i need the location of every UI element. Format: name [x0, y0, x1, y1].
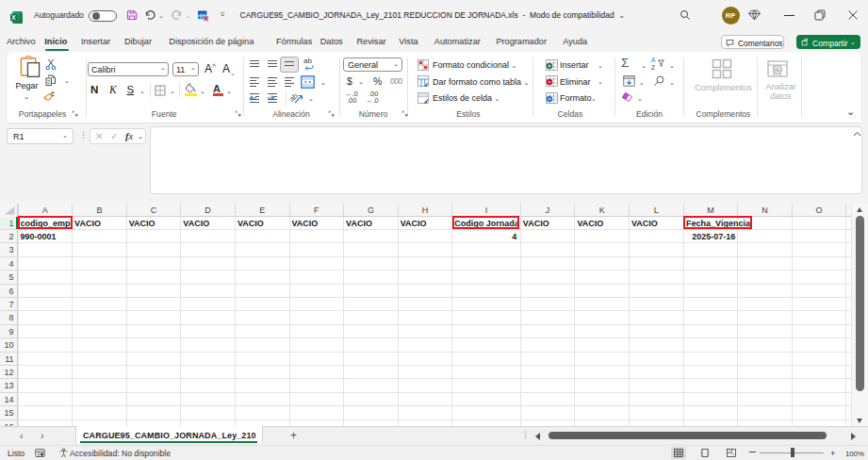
svg-text:Z: Z	[651, 64, 655, 71]
svg-text:X: X	[11, 14, 16, 21]
svg-text:A: A	[651, 57, 656, 63]
